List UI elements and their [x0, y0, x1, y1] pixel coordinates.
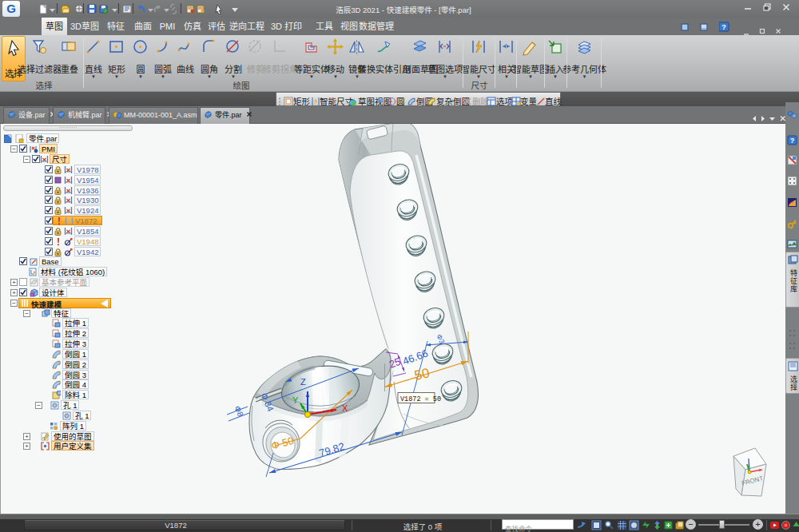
svg-text:V1872 = 50: V1872 = 50 [400, 395, 441, 403]
svg-text:X: X [342, 403, 348, 413]
svg-text:?: ? [721, 23, 726, 31]
svg-text:Y: Y [292, 395, 299, 405]
svg-text:Z: Z [300, 377, 306, 387]
svg-text:50: 50 [413, 365, 431, 383]
svg-text:Φ8: Φ8 [233, 404, 245, 418]
svg-text:?: ? [790, 137, 795, 145]
